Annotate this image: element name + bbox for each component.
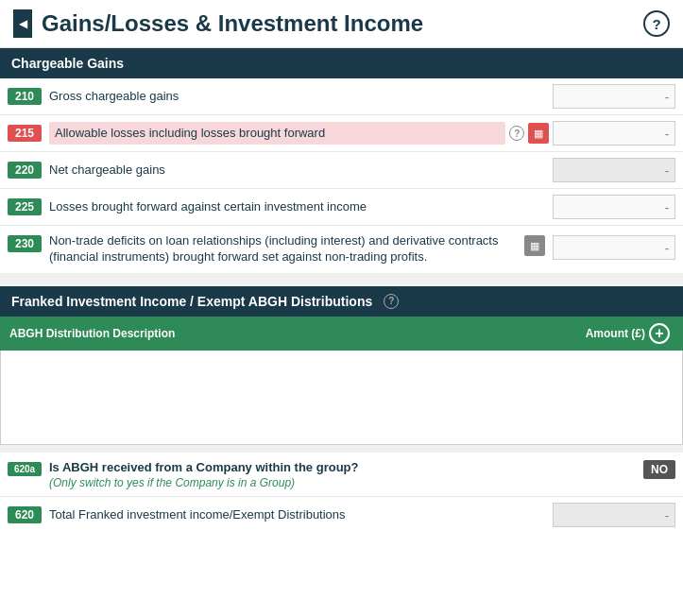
toggle-no[interactable]: NO [643,460,675,479]
row-620a: 620a Is ABGH received from a Company wit… [0,453,683,497]
section-gap-2 [0,445,683,453]
row-220: 220 Net chargeable gains [0,152,683,189]
abgh-question: Is ABGH received from a Company within t… [49,460,643,476]
input-620 [553,503,675,527]
add-distribution-button[interactable]: + [649,323,670,344]
franked-investment-section: Franked Investment Income / Exempt ABGH … [0,286,683,533]
input-230[interactable] [553,235,675,260]
label-225: Losses brought forward against certain i… [49,199,553,215]
row-225: 225 Losses brought forward against certa… [0,189,683,226]
row-230-right: ▦ [524,235,675,260]
row-230: 230 Non-trade deficits on loan relations… [0,226,683,273]
section-gap-1 [0,273,683,286]
chargeable-gains-section: Chargeable Gains 210 Gross chargeable ga… [0,48,683,273]
dist-col-desc: ABGH Distribution Description [9,327,532,340]
row-210: 210 Gross chargeable gains [0,78,683,115]
row-215: 215 Allowable losses including losses br… [0,115,683,152]
abgh-toggle[interactable]: NO [643,460,675,479]
page-header: ◀ Gains/Losses & Investment Income ? [0,0,683,48]
chargeable-gains-title: Chargeable Gains [11,56,124,71]
code-620: 620 [8,506,42,523]
code-620a: 620a [8,462,42,476]
code-215: 215 [8,125,42,142]
label-220: Net chargeable gains [49,163,553,179]
page-container: ◀ Gains/Losses & Investment Income ? Cha… [0,0,683,616]
code-220: 220 [8,162,42,179]
header-left: ◀ Gains/Losses & Investment Income [13,9,423,38]
input-210[interactable] [553,84,675,109]
code-225: 225 [8,198,42,215]
input-215[interactable] [553,121,675,145]
chargeable-gains-header: Chargeable Gains [0,48,683,78]
dist-table-header: ABGH Distribution Description Amount (£)… [0,317,683,351]
label-230: Non-trade deficits on loan relationships… [49,233,524,265]
code-230: 230 [8,235,42,252]
calc-icon-230[interactable]: ▦ [524,235,545,256]
label-215: Allowable losses including losses brough… [49,122,505,145]
franked-investment-header: Franked Investment Income / Exempt ABGH … [0,286,683,317]
code-210: 210 [8,88,42,105]
help-icon-215[interactable]: ? [509,126,524,141]
dist-table-body [0,351,683,445]
page-help-icon[interactable]: ? [643,10,670,37]
abgh-note: (Only switch to yes if the Company is in… [49,476,643,491]
franked-help-icon[interactable]: ? [384,294,399,309]
calc-icon-215[interactable]: ▦ [528,123,549,144]
dist-col-amount: Amount (£) [532,327,645,340]
label-210: Gross chargeable gains [49,89,553,105]
label-620: Total Franked investment income/Exempt D… [49,507,553,523]
page-title: Gains/Losses & Investment Income [42,10,423,37]
row-620: 620 Total Franked investment income/Exem… [0,497,683,533]
label-620a: Is ABGH received from a Company within t… [49,460,643,490]
input-220 [553,158,675,182]
dist-col-add: + [645,323,674,344]
franked-investment-title: Franked Investment Income / Exempt ABGH … [11,294,372,309]
input-225[interactable] [553,195,675,219]
sidebar-toggle-button[interactable]: ◀ [13,9,32,38]
